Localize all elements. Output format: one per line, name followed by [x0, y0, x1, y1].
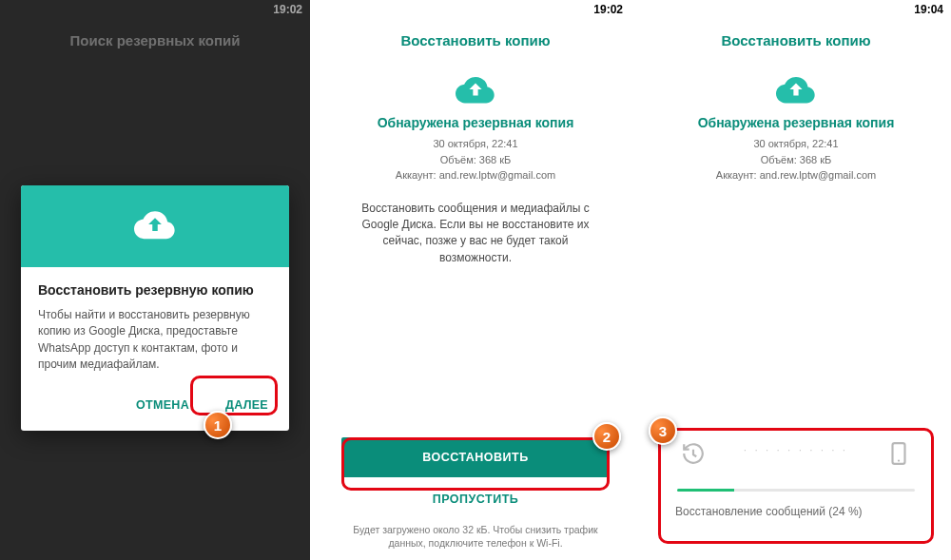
backup-found-heading: Обнаружена резервная копия	[662, 115, 930, 130]
backup-account: Аккаунт: and.rew.lptw@gmail.com	[341, 167, 610, 183]
restore-explanation: Восстановить сообщения и медиафайлы с Go…	[341, 201, 610, 267]
backup-date: 30 октября, 22:41	[662, 136, 930, 152]
status-bar: 19:04	[641, 0, 951, 19]
cloud-upload-icon	[341, 75, 610, 104]
dialog-text: Чтобы найти и восстановить резервную коп…	[38, 307, 272, 374]
annotation-callout	[341, 437, 610, 491]
content-area: Обнаружена резервная копия 30 октября, 2…	[320, 58, 631, 266]
data-usage-footnote: Будет загружено около 32 кБ. Чтобы снизи…	[341, 523, 610, 550]
dialog-body: Восстановить резервную копию Чтобы найти…	[21, 267, 289, 383]
annotation-marker-1: 1	[204, 411, 232, 439]
clock: 19:04	[914, 3, 943, 16]
screen-backup-search: 19:02 Поиск резервных копий Восстановить…	[0, 0, 310, 560]
cancel-button[interactable]: ОТМЕНА	[126, 391, 199, 419]
status-bar: 19:02	[320, 0, 631, 19]
backup-size: Объём: 368 кБ	[341, 152, 610, 168]
screen-restore-found: 19:02 Восстановить копию Обнаружена резе…	[320, 0, 631, 560]
backup-date: 30 октября, 22:41	[341, 136, 610, 152]
backup-found-heading: Обнаружена резервная копия	[341, 115, 610, 130]
backup-account: Аккаунт: and.rew.lptw@gmail.com	[662, 167, 930, 183]
screen-restore-progress: 19:04 Восстановить копию Обнаружена резе…	[641, 0, 951, 560]
page-title: Восстановить копию	[641, 19, 951, 58]
content-area: Обнаружена резервная копия 30 октября, 2…	[641, 58, 951, 183]
annotation-marker-2: 2	[592, 422, 621, 451]
cloud-upload-icon	[662, 75, 930, 104]
cloud-upload-icon	[134, 209, 176, 243]
page-title: Восстановить копию	[320, 19, 631, 58]
annotation-callout	[190, 376, 278, 415]
annotation-marker-3: 3	[649, 416, 677, 445]
clock: 19:02	[593, 3, 623, 16]
annotation-callout	[658, 428, 934, 544]
dialog-header	[21, 185, 289, 267]
dialog-heading: Восстановить резервную копию	[38, 282, 272, 298]
backup-size: Объём: 368 кБ	[662, 152, 930, 168]
